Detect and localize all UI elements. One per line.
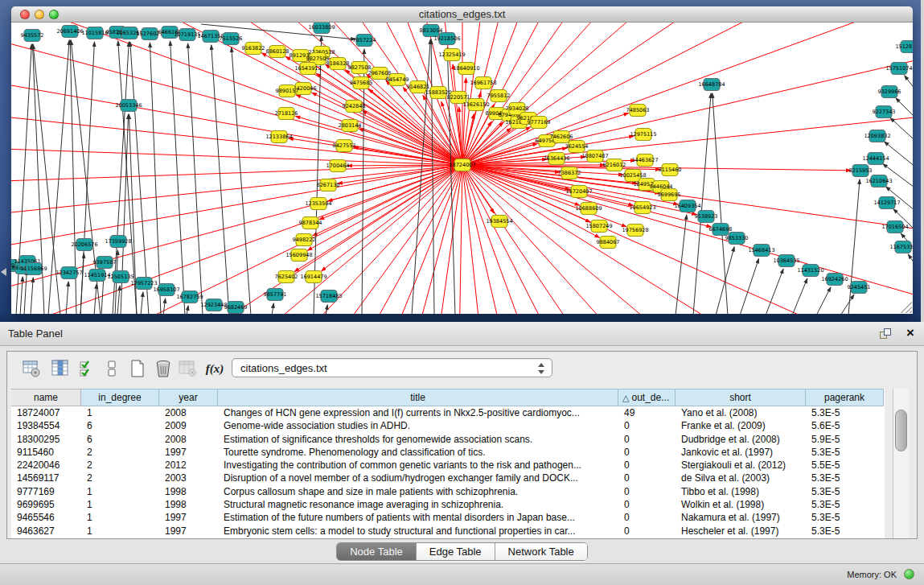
paper-node-yellow[interactable]: 3624554 xyxy=(565,141,589,153)
paper-node-yellow[interactable]: 7386372 xyxy=(558,167,581,179)
paper-node-teal[interactable]: 14129717 xyxy=(873,197,900,209)
paper-node-yellow[interactable]: 2803144 xyxy=(339,120,362,132)
paper-node-yellow[interactable]: 2718126 xyxy=(275,108,298,120)
paper-node-yellow[interactable]: 7955812 xyxy=(487,90,511,102)
paper-node-teal[interactable]: 11675314 xyxy=(889,241,913,253)
paper-node-yellow[interactable]: 18640910 xyxy=(453,63,479,75)
network-canvas[interactable]: 1872400791638228860128891293522260538982… xyxy=(11,23,913,314)
paper-node-yellow[interactable]: 9115460 xyxy=(659,164,682,176)
tab-node-table[interactable]: Node Table xyxy=(337,543,417,560)
paper-node-yellow[interactable]: 14463627 xyxy=(631,154,658,167)
table-row[interactable]: 1456911722003Disruption of a novel membe… xyxy=(11,472,885,484)
paper-node-teal[interactable]: 9435572 xyxy=(21,30,44,42)
paper-node-teal[interactable]: 8215953 xyxy=(849,165,873,177)
tab-edge-table[interactable]: Edge Table xyxy=(417,543,495,560)
table-row[interactable]: 1938455462009Genome-wide association stu… xyxy=(11,419,885,432)
paper-node-yellow[interactable]: 6216012 xyxy=(603,159,626,171)
close-panel-icon[interactable]: × xyxy=(906,325,914,341)
paper-node-teal[interactable]: 16924260 xyxy=(821,274,848,286)
paper-node-teal[interactable]: 11015816 xyxy=(81,27,108,39)
paper-node-teal[interactable]: 16210643 xyxy=(865,175,892,187)
paper-node-teal[interactable]: 15468413 xyxy=(748,245,774,257)
paper-node-yellow[interactable]: 7485063 xyxy=(626,105,650,117)
paper-node-yellow[interactable]: 12133864 xyxy=(265,131,292,143)
paper-node-teal[interactable]: 17359928 xyxy=(105,236,131,248)
paper-node-teal[interactable]: 20053346 xyxy=(115,100,142,112)
paper-node-teal[interactable]: 10364535 xyxy=(773,255,799,267)
paper-node-teal[interactable]: 9245451 xyxy=(848,282,871,294)
paper-node-yellow[interactable]: 7625402 xyxy=(275,271,298,283)
paper-node-teal[interactable]: 7857224 xyxy=(353,35,376,47)
table-row[interactable]: 911546021997Tourette syndrome. Phenomeno… xyxy=(11,446,885,459)
paper-node-yellow[interactable]: 9475685 xyxy=(350,77,373,89)
minimize-traffic-light[interactable] xyxy=(35,10,44,19)
paper-node-teal[interactable]: 12444154 xyxy=(862,153,889,165)
window-resize-grip[interactable] xyxy=(901,302,912,313)
vertical-scrollbar[interactable] xyxy=(893,389,909,538)
row-selection-icon[interactable] xyxy=(76,357,99,380)
paper-node-teal[interactable]: 9853330 xyxy=(725,233,749,245)
table-row[interactable]: 977716911998Corpus callosum shape and si… xyxy=(11,485,885,498)
paper-node-yellow[interactable]: 9498222 xyxy=(293,234,316,246)
paper-node-teal[interactable]: 9397587 xyxy=(93,257,117,269)
paper-node-yellow[interactable]: 19756928 xyxy=(622,225,648,237)
paper-node-teal[interactable]: 7515526 xyxy=(220,33,243,45)
table-row[interactable]: 946362711997Embryonic stem cells: a mode… xyxy=(11,525,885,538)
column-header-pagerank[interactable]: pagerank xyxy=(806,389,884,406)
column-header-in_degree[interactable]: in_degree xyxy=(81,389,159,406)
paper-node-yellow[interactable]: 8860128 xyxy=(266,46,290,58)
paper-node-yellow[interactable]: 12975115 xyxy=(630,129,656,141)
column-header-name[interactable]: name xyxy=(11,389,81,406)
paper-node-yellow[interactable]: 8186328 xyxy=(326,58,350,70)
paper-node-yellow[interactable]: 9884067 xyxy=(597,237,620,249)
paper-node-teal[interactable]: 16782759 xyxy=(176,291,203,303)
table-row[interactable]: 1872400712008Changes of HCN gene express… xyxy=(11,406,885,419)
paper-node-teal[interactable]: 16033809 xyxy=(308,23,335,34)
zoom-traffic-light[interactable] xyxy=(49,10,59,19)
paper-node-yellow[interactable]: 9777169 xyxy=(528,117,551,129)
scrollbar-thumb[interactable] xyxy=(895,410,907,451)
window-titlebar[interactable]: citations_edges.txt xyxy=(11,6,913,23)
rows-icon[interactable] xyxy=(101,357,123,380)
paper-node-teal[interactable]: 9682469 xyxy=(224,302,248,314)
panel-collapse-arrow-icon[interactable] xyxy=(1,268,6,276)
paper-node-teal[interactable]: 15128352 xyxy=(895,41,913,53)
column-header-short[interactable]: short xyxy=(676,389,806,406)
paper-node-yellow[interactable]: 12353594 xyxy=(305,198,331,210)
paper-node-teal[interactable]: 9538923 xyxy=(695,211,718,223)
paper-node-yellow[interactable]: 9699695 xyxy=(658,189,681,201)
paper-node-yellow[interactable]: 16914479 xyxy=(300,271,326,283)
paper-node-teal[interactable]: 9857791 xyxy=(264,289,287,301)
table-settings-icon[interactable] xyxy=(20,357,43,380)
table-row[interactable]: 2242004622012Investigating the contribut… xyxy=(11,459,885,472)
column-header-out_de[interactable]: △ out_de... xyxy=(618,389,676,406)
paper-node-yellow[interactable]: 8267130 xyxy=(317,179,340,192)
paper-node-yellow[interactable]: 9163822 xyxy=(242,43,265,55)
paper-node-yellow[interactable]: 15609948 xyxy=(285,249,312,262)
column-header-title[interactable]: title xyxy=(218,389,618,406)
table-source-select[interactable]: citations_edges.txt xyxy=(232,358,552,377)
delete-rows-trash-icon[interactable] xyxy=(152,357,175,380)
paper-node-yellow[interactable]: 8454749 xyxy=(386,74,409,86)
paper-node-yellow[interactable]: 9242848 xyxy=(343,101,366,113)
paper-node-teal[interactable]: 15718485 xyxy=(315,290,342,303)
paper-node-yellow[interactable]: 19384554 xyxy=(486,216,512,228)
float-panel-icon[interactable] xyxy=(880,328,892,340)
paper-node-yellow[interactable]: 12325419 xyxy=(438,49,465,61)
table-row[interactable]: 969969511998Structural magnetic resonanc… xyxy=(11,498,885,511)
close-traffic-light[interactable] xyxy=(20,10,30,19)
paper-node-teal[interactable]: 12342757 xyxy=(55,267,82,279)
table-row[interactable]: 946554611997Estimation of the future num… xyxy=(11,511,885,524)
paper-node-teal[interactable]: 12093832 xyxy=(864,130,890,142)
paper-node-yellow[interactable]: 1700464 xyxy=(326,160,350,172)
paper-node-teal[interactable]: 16648784 xyxy=(698,79,725,91)
function-builder-icon[interactable]: f(x) xyxy=(203,357,226,380)
column-header-year[interactable]: year xyxy=(159,389,218,406)
paper-node-teal[interactable]: 9227343 xyxy=(873,106,896,118)
new-file-icon[interactable] xyxy=(126,357,149,380)
paper-node-teal[interactable]: 11431520 xyxy=(797,265,823,277)
paper-node-yellow[interactable]: 9890157 xyxy=(276,85,299,97)
tab-network-table[interactable]: Network Table xyxy=(495,543,587,560)
column-visibility-icon[interactable] xyxy=(49,357,72,380)
paper-node-teal[interactable]: 9329966 xyxy=(878,86,901,98)
